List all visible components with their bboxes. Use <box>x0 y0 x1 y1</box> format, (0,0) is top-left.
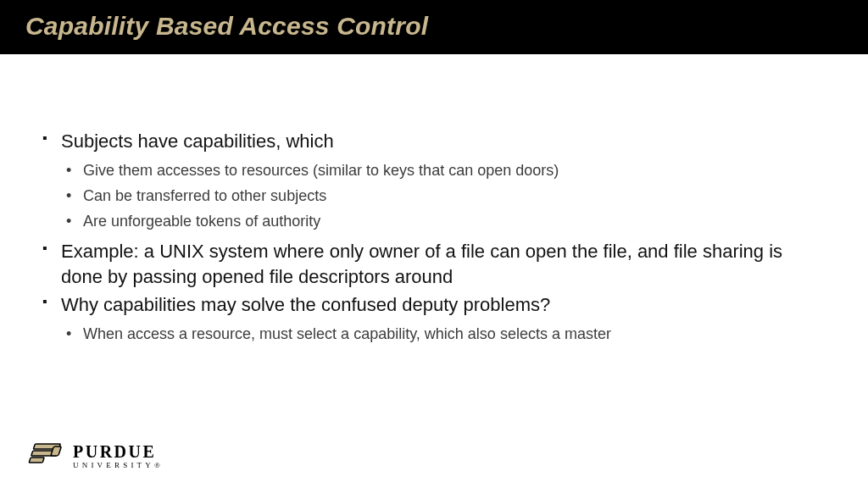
sub-bullet-item: Are unforgeable tokens of authority <box>66 210 826 232</box>
slide: Capability Based Access Control Subjects… <box>0 0 868 488</box>
title-bar: Capability Based Access Control <box>0 0 868 54</box>
bullet-list: Subjects have capabilities, which Give t… <box>42 129 826 345</box>
purdue-logo: PURDUE UNIVERSITY® <box>27 442 164 469</box>
purdue-logo-text: PURDUE UNIVERSITY® <box>73 443 164 469</box>
logo-name: PURDUE <box>73 443 164 460</box>
sub-bullet-item: When access a resource, must select a ca… <box>66 323 826 345</box>
purdue-p-icon <box>27 442 64 469</box>
sub-bullet-item: Give them accesses to resources (similar… <box>66 159 826 181</box>
sub-bullet-list: Give them accesses to resources (similar… <box>61 159 826 232</box>
sub-bullet-list: When access a resource, must select a ca… <box>61 323 826 345</box>
slide-content: Subjects have capabilities, which Give t… <box>0 54 868 345</box>
bullet-text: Why capabilities may solve the confused … <box>61 294 550 315</box>
bullet-text: Example: a UNIX system where only owner … <box>61 241 782 287</box>
bullet-text: Subjects have capabilities, which <box>61 130 334 152</box>
sub-bullet-item: Can be transferred to other subjects <box>66 185 826 207</box>
svg-rect-2 <box>29 458 44 463</box>
slide-title: Capability Based Access Control <box>25 12 843 41</box>
bullet-item: Subjects have capabilities, which Give t… <box>42 129 826 232</box>
bullet-item: Why capabilities may solve the confused … <box>42 292 826 345</box>
logo-sub: UNIVERSITY® <box>73 462 164 469</box>
bullet-item: Example: a UNIX system where only owner … <box>42 239 826 289</box>
